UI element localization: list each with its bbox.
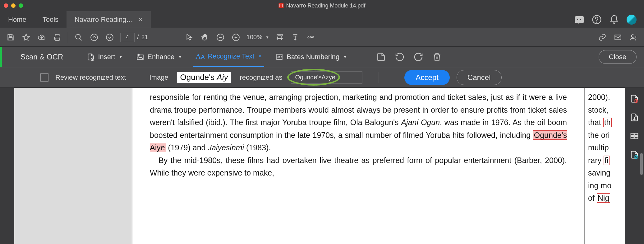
page-separator: / (137, 34, 139, 41)
search-icon[interactable] (74, 32, 84, 42)
select-tool-icon[interactable] (184, 32, 194, 42)
maximize-window-icon[interactable] (19, 3, 23, 8)
recognized-as-label: recognized as (240, 73, 282, 82)
redo-icon[interactable] (413, 52, 423, 62)
review-checkbox[interactable] (40, 73, 48, 82)
paragraph-1: responsible for renting the venue, arran… (150, 91, 567, 154)
window-title-text: Navarro Reading Module 14.pdf (286, 2, 365, 9)
right-rail-scrollbar[interactable] (640, 153, 643, 175)
close-window-icon[interactable] (4, 3, 8, 8)
undo-icon[interactable] (395, 52, 405, 62)
svg-rect-19 (631, 136, 634, 139)
ocr-bates-numbering-button[interactable]: 012 Bates Numbering▼ (273, 47, 349, 67)
scroll-mode-icon[interactable] (290, 32, 300, 42)
edit-pdf-icon[interactable] (630, 150, 639, 159)
tab-close-icon[interactable]: ✕ (138, 16, 143, 23)
svg-rect-18 (635, 133, 638, 136)
organize-pages-icon[interactable] (630, 131, 639, 141)
ocr-title: Scan & OCR (11, 53, 76, 61)
comments-icon[interactable]: ⋯ (574, 15, 584, 25)
cancel-button[interactable]: Cancel (457, 70, 502, 85)
ocr-recognize-text-button[interactable]: AA Recognize Text▼ (193, 47, 264, 67)
image-label: Image (149, 73, 168, 82)
help-icon[interactable] (592, 15, 602, 25)
tab-document-label: Navarro Reading… (75, 16, 133, 24)
total-pages: 21 (141, 34, 148, 41)
hand-tool-icon[interactable] (200, 32, 210, 42)
ocr-enhance-button[interactable]: Enhance▼ (134, 47, 184, 67)
document-page-right-fragment: 2000). stock, that th the ori multip rar… (584, 88, 625, 244)
left-gutter (0, 88, 14, 244)
ocr-new-page-icon[interactable] (376, 52, 386, 62)
create-pdf-icon[interactable] (630, 94, 639, 103)
link-icon[interactable] (597, 32, 607, 42)
review-bar: Review recognized text Image Ogunde's Ai… (0, 67, 644, 88)
fit-width-icon[interactable] (275, 32, 285, 42)
recognized-text-input[interactable] (291, 71, 362, 84)
zoom-level[interactable]: 100% ▼ (246, 34, 269, 41)
page-up-icon[interactable] (89, 32, 99, 42)
tab-bar: Home Tools Navarro Reading… ✕ ⋯ (0, 11, 644, 28)
save-icon[interactable] (6, 32, 16, 42)
tab-tools[interactable]: Tools (34, 11, 67, 28)
minimize-window-icon[interactable] (11, 3, 16, 8)
ocr-image-snippet: Ogunde's Aiy (177, 72, 231, 83)
right-tool-rail (625, 88, 644, 244)
delete-icon[interactable] (432, 52, 442, 62)
svg-rect-20 (635, 136, 638, 139)
ocr-suspect-box[interactable]: th (603, 118, 612, 127)
print-icon[interactable] (52, 32, 62, 42)
document-area: responsible for renting the venue, arran… (0, 88, 644, 244)
paragraph-2: By the mid-1980s, these films had overta… (150, 154, 567, 179)
main-toolbar: / 21 100% ▼ (0, 28, 644, 47)
svg-rect-10 (615, 35, 621, 40)
chevron-down-icon: ▼ (178, 55, 182, 59)
svg-point-8 (310, 36, 311, 38)
page-down-icon[interactable] (105, 32, 115, 42)
ocr-toolbar: Scan & OCR Insert▼ Enhance▼ AA Recognize… (0, 47, 644, 67)
pdf-file-icon (278, 3, 283, 8)
ocr-insert-button[interactable]: Insert▼ (84, 47, 125, 67)
accept-button[interactable]: Accept (404, 70, 449, 85)
review-divider-2 (379, 72, 379, 83)
svg-point-4 (106, 34, 113, 41)
page-indicator: / 21 (120, 33, 148, 42)
chevron-down-icon: ▼ (343, 55, 347, 59)
chevron-down-icon: ▼ (258, 54, 262, 59)
page-scan-margin (14, 88, 132, 244)
current-page-input[interactable] (120, 33, 135, 42)
zoom-in-icon[interactable] (231, 32, 241, 42)
user-avatar[interactable] (627, 15, 637, 25)
ocr-close-button[interactable]: Close (599, 50, 637, 64)
svg-point-7 (308, 36, 309, 38)
notifications-icon[interactable] (609, 15, 619, 25)
more-tools-icon[interactable] (306, 32, 316, 42)
add-person-icon[interactable] (628, 32, 638, 42)
titlebar: Navarro Reading Module 14.pdf (0, 0, 644, 11)
chevron-down-icon: ▼ (265, 35, 269, 40)
tab-document[interactable]: Navarro Reading… ✕ (67, 11, 151, 28)
review-checkbox-label: Review recognized text (55, 73, 126, 82)
svg-point-3 (91, 34, 98, 41)
ocr-suspect-box[interactable]: fi (604, 156, 610, 165)
export-pdf-icon[interactable] (630, 113, 639, 122)
document-page[interactable]: responsible for renting the venue, arran… (132, 88, 584, 244)
svg-point-1 (596, 22, 597, 22)
email-icon[interactable] (613, 32, 623, 42)
window-title: Navarro Reading Module 14.pdf (278, 2, 365, 9)
tab-home[interactable]: Home (0, 11, 34, 28)
upload-cloud-icon[interactable] (37, 32, 47, 42)
svg-rect-17 (631, 133, 634, 136)
zoom-out-icon[interactable] (215, 32, 225, 42)
review-divider (142, 72, 142, 83)
toolbar-divider (68, 32, 68, 43)
ocr-suspect-box[interactable]: Nig (597, 193, 610, 203)
chevron-down-icon: ▼ (119, 55, 122, 59)
svg-point-2 (76, 34, 80, 39)
ocr-active-indicator (0, 47, 2, 67)
star-icon[interactable] (21, 32, 31, 42)
svg-point-9 (312, 36, 314, 38)
window-controls (4, 3, 23, 8)
svg-point-11 (632, 35, 634, 37)
svg-text:012: 012 (278, 56, 282, 59)
